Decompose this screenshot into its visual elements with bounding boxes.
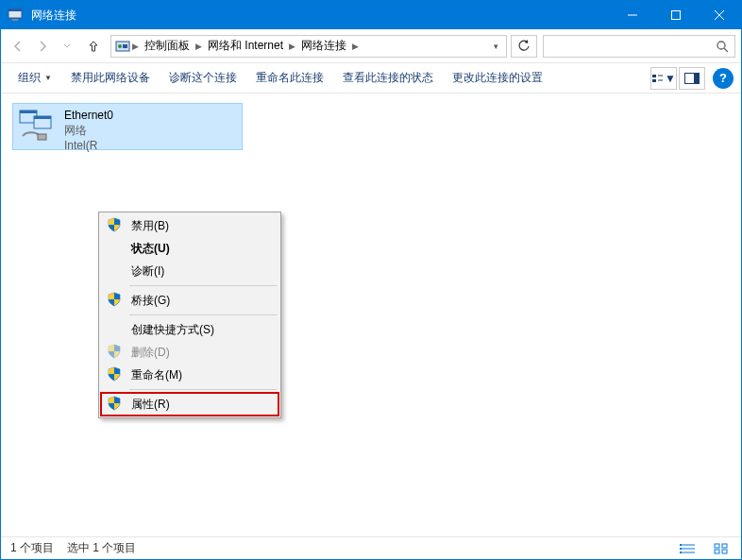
breadcrumb-network-connections[interactable]: 网络连接 [297,38,350,54]
ctx-delete: 删除(D) [101,341,278,364]
organize-button[interactable]: 组织▼ [8,63,61,93]
svg-rect-29 [715,544,719,548]
breadcrumb-control-panel[interactable]: 控制面板 [141,38,194,54]
diagnose-button[interactable]: 诊断这个连接 [160,63,246,93]
large-icons-view-button[interactable] [711,540,732,557]
chevron-right-icon[interactable]: ▶ [352,42,359,51]
details-view-button[interactable] [677,540,698,557]
nic-icon [13,104,62,149]
refresh-button[interactable] [511,35,537,58]
context-menu: 禁用(B) 状态(U) 诊断(I) 桥接(G) 创建快捷方式(S) 删除(D) … [98,212,281,418]
svg-rect-31 [715,550,719,553]
ctx-rename[interactable]: 重命名(M) [101,364,278,386]
svg-line-11 [724,48,728,52]
chevron-right-icon[interactable]: ▶ [195,42,202,51]
ctx-shortcut-label: 创建快捷方式(S) [131,322,214,338]
separator [129,314,277,315]
control-panel-icon [115,39,130,54]
svg-rect-22 [38,134,46,140]
chevron-right-icon[interactable]: ▶ [132,42,139,51]
ctx-status-label: 状态(U) [131,241,170,257]
help-button[interactable]: ? [713,68,734,89]
ctx-bridge[interactable]: 桥接(G) [101,289,278,312]
ctx-properties-label: 属性(R) [131,397,170,413]
address-bar-row: ▶ 控制面板 ▶ 网络和 Internet ▶ 网络连接 ▶ ▾ [1,29,741,63]
search-icon [716,40,729,53]
svg-rect-9 [123,44,127,48]
disable-device-button[interactable]: 禁用此网络设备 [61,63,160,93]
rename-button[interactable]: 重命名此连接 [246,63,333,93]
ctx-shortcut[interactable]: 创建快捷方式(S) [101,318,278,341]
svg-rect-21 [34,116,51,119]
minimize-button[interactable] [611,1,654,29]
back-button[interactable] [7,35,29,58]
view-options-button[interactable]: ▼ [650,67,677,90]
title-bar: 网络连接 [1,1,741,29]
search-input[interactable] [543,35,735,58]
chevron-right-icon[interactable]: ▶ [289,42,295,51]
shield-icon [107,217,122,232]
app-icon [1,8,29,23]
view-status-button[interactable]: 查看此连接的状态 [333,63,443,93]
separator [129,389,277,390]
svg-rect-1 [8,9,22,11]
svg-rect-4 [672,11,681,20]
separator [129,285,277,286]
ctx-diagnose-label: 诊断(I) [131,263,164,280]
status-bar: 1 个项目 选中 1 个项目 [1,536,741,559]
ctx-disable[interactable]: 禁用(B) [101,214,278,237]
svg-point-10 [717,42,725,49]
toolbar: 组织▼ 禁用此网络设备 诊断这个连接 重命名此连接 查看此连接的状态 更改此连接… [1,63,741,93]
svg-rect-26 [680,544,682,546]
svg-rect-27 [680,548,682,550]
ctx-delete-label: 删除(D) [131,345,170,361]
svg-rect-28 [680,552,682,553]
svg-rect-2 [12,19,18,21]
status-selected-count: 选中 1 个项目 [67,540,136,556]
svg-rect-17 [694,73,700,83]
svg-rect-30 [722,544,727,548]
ctx-bridge-label: 桥接(G) [131,293,170,309]
shield-icon [107,366,122,382]
ctx-disable-label: 禁用(B) [131,218,169,234]
preview-pane-button[interactable] [679,67,705,90]
recent-dropdown[interactable] [56,35,78,58]
up-button[interactable] [82,35,105,58]
svg-rect-13 [652,79,656,82]
ctx-diagnose[interactable]: 诊断(I) [101,260,278,282]
status-item-count: 1 个项目 [10,540,54,556]
nic-status: 网络 [64,123,240,138]
organize-label: 组织 [18,70,41,86]
ctx-properties[interactable]: 属性(R) [101,393,278,416]
ctx-rename-label: 重命名(M) [131,367,182,383]
close-button[interactable] [698,1,741,29]
shield-icon [107,292,122,307]
svg-rect-32 [722,550,727,553]
forward-button[interactable] [31,35,54,58]
maximize-button[interactable] [654,1,698,29]
window-title: 网络连接 [29,8,611,24]
shield-icon [107,344,122,359]
content-area: Ethernet0 网络 Intel(R 禁用(B) 状态(U) 诊断(I) 桥… [1,93,741,536]
ctx-status[interactable]: 状态(U) [101,237,278,260]
svg-rect-20 [20,110,37,113]
address-field[interactable]: ▶ 控制面板 ▶ 网络和 Internet ▶ 网络连接 ▶ ▾ [110,35,507,58]
change-settings-button[interactable]: 更改此连接的设置 [443,63,552,93]
breadcrumb-network-internet[interactable]: 网络和 Internet [204,38,287,54]
nic-driver: Intel(R [64,138,240,153]
address-dropdown[interactable]: ▾ [490,42,502,51]
nic-item-ethernet0[interactable]: Ethernet0 网络 Intel(R [12,103,243,150]
nic-name: Ethernet0 [64,108,240,123]
svg-rect-12 [652,75,656,77]
svg-point-8 [118,44,122,48]
shield-icon [107,396,122,411]
